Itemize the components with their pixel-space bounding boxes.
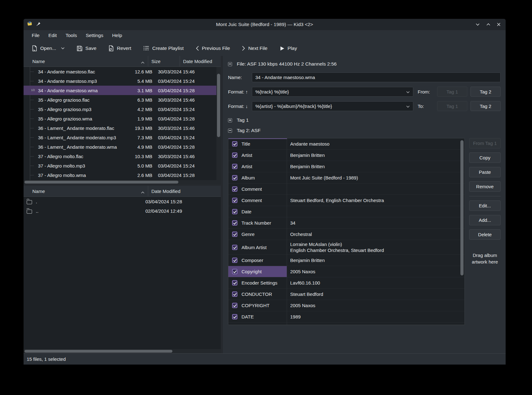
menu-settings[interactable]: Settings (81, 30, 108, 41)
tag-frame-row[interactable]: Album ArtistLorraine McAslan (violin) En… (228, 240, 464, 255)
copy-button[interactable]: Copy (469, 152, 501, 163)
close-button[interactable] (497, 23, 501, 26)
frame-checkbox[interactable] (232, 175, 237, 180)
sort-ascending-icon (141, 189, 145, 195)
frame-checkbox[interactable] (232, 198, 237, 203)
tag-frame-row[interactable]: GenreOrchestral (228, 229, 464, 240)
file-list-header-name[interactable]: Name (24, 56, 148, 67)
save-button[interactable]: Save (73, 44, 100, 53)
frame-checkbox[interactable] (232, 280, 237, 286)
to-tag1-button[interactable]: Tag 1 (437, 101, 467, 111)
directory-list-header: Name Date Modified (24, 186, 221, 197)
file-list-header-size[interactable]: Size (148, 56, 180, 67)
file-row[interactable]: 35 - Allegro grazioso.wma1.9 MB03/04/202… (24, 114, 216, 123)
tag-table-vertical-scrollbar[interactable] (460, 139, 464, 324)
file-row[interactable]: 34 - Andante maestoso.mp35.4 MB03/04/202… (24, 76, 216, 86)
open-dropdown-chevron-icon[interactable] (61, 47, 65, 50)
file-list-vertical-scrollbar[interactable] (216, 67, 221, 180)
from-tag1-button[interactable]: From Tag 1 (469, 138, 501, 148)
directory-list-header-name[interactable]: Name (24, 186, 148, 196)
file-row[interactable]: 36 - Lament_ Andante moderato.wma4.9 MB0… (24, 142, 216, 152)
open-document-icon (32, 45, 37, 51)
tag1-header: Tag 1 (237, 117, 249, 123)
pin-icon[interactable] (36, 22, 41, 28)
album-artwork-drop-zone[interactable]: Drag album artwork here (469, 252, 501, 265)
file-row[interactable]: 37 - Allegro molto.wma2.6 MB03/04/2024 1… (24, 170, 216, 180)
tag-frame-row[interactable]: Encoder SettingsLavf60.16.100 (228, 277, 464, 289)
revert-button[interactable]: Revert (105, 44, 134, 53)
tag-frame-row[interactable]: CONDUCTORSteuart Bedford (228, 289, 464, 300)
format-to-filename-combobox[interactable]: %{artist} - %{album}/%{track} %{title} (252, 101, 413, 111)
menu-file[interactable]: File (27, 30, 44, 41)
tag-frame-row[interactable]: AlbumMont Juic Suite (Bedford - 1989) (228, 172, 464, 184)
frame-checkbox[interactable] (232, 209, 237, 214)
frame-checkbox[interactable] (232, 232, 237, 237)
filename-input[interactable] (252, 72, 501, 82)
file-row[interactable]: 36 - Lament_ Andante moderato.flac19.3 M… (24, 123, 216, 133)
frame-checkbox[interactable] (232, 164, 237, 169)
tag-frame-row-selected[interactable]: Copyright2005 Naxos (228, 266, 464, 277)
edit-button[interactable]: Edit... (469, 200, 501, 211)
tag-frame-row[interactable]: TitleAndante maestoso (228, 138, 464, 150)
tag-frame-row[interactable]: ComposerBenjamin Britten (228, 255, 464, 266)
delete-button[interactable]: Delete (469, 229, 501, 240)
create-playlist-button[interactable]: Create Playlist (140, 44, 187, 53)
file-row[interactable]: 37 - Allegro molto.mp35.0 MB03/04/2024 1… (24, 161, 216, 170)
titlebar[interactable]: Mont Juic Suite (Bedford - 1989) — Kid3 … (24, 19, 506, 30)
frame-checkbox[interactable] (232, 220, 237, 226)
directory-list-horizontal-scrollbar[interactable] (24, 349, 221, 353)
panel-splitter[interactable] (221, 56, 223, 353)
save-floppy-icon (77, 45, 83, 51)
frame-checkbox[interactable] (232, 141, 237, 147)
directory-row[interactable]: .. 02/04/2024 12:49 (24, 206, 221, 216)
file-row[interactable]: 36 - Lament_ Andante moderato.mp37.3 MB0… (24, 133, 216, 142)
file-row[interactable]: 34 - Andante maestoso.flac12.6 MB30/03/2… (24, 67, 216, 76)
tag-frame-row[interactable]: Comment (228, 184, 464, 195)
menu-edit[interactable]: Edit (44, 30, 61, 41)
collapse-icon[interactable] (228, 62, 232, 66)
tag-frame-row[interactable]: COPYRIGHT2005 Naxos (228, 300, 464, 311)
to-tag2-button[interactable]: Tag 2 (470, 101, 501, 111)
format-from-filename-combobox[interactable]: %{track} %{title} (252, 87, 413, 97)
file-row[interactable]: 37 - Allegro molto.flac10.3 MB30/03/2024… (24, 152, 216, 161)
frame-checkbox[interactable] (232, 303, 237, 308)
frame-checkbox[interactable] (232, 314, 237, 319)
file-list: Name Size Date Modified 34 - Andante mae… (24, 56, 221, 184)
tag-frame-row[interactable]: DATE1989 (228, 311, 464, 323)
menu-tools[interactable]: Tools (61, 30, 81, 41)
menu-help[interactable]: Help (108, 30, 127, 41)
frame-checkbox[interactable] (232, 152, 237, 158)
frame-checkbox[interactable] (232, 269, 237, 274)
maximize-button[interactable] (486, 23, 491, 26)
paste-button[interactable]: Paste (469, 167, 501, 177)
tag-frame-row[interactable]: ArtistBenjamin Britten (228, 161, 464, 172)
expand-icon[interactable] (228, 118, 232, 122)
directory-list-header-date[interactable]: Date Modified (148, 186, 221, 196)
directory-row[interactable]: . 03/04/2024 15:28 (24, 197, 221, 206)
tag-frame-row[interactable]: Date (228, 206, 464, 217)
playlist-icon (143, 45, 149, 51)
previous-file-button[interactable]: Previous File (193, 44, 233, 53)
collapse-icon[interactable] (228, 129, 232, 133)
minimize-button[interactable] (475, 23, 480, 26)
add-button[interactable]: Add... (469, 215, 501, 225)
frame-checkbox[interactable] (232, 186, 237, 192)
remove-button[interactable]: Remove (469, 181, 501, 192)
tag-frame-row[interactable]: CommentSteuart Bedford, English Chamber … (228, 195, 464, 206)
from-tag2-filename-button[interactable]: Tag 2 (470, 87, 501, 97)
file-row[interactable]: 35 - Allegro grazioso.flac6.3 MB30/03/20… (24, 95, 216, 104)
file-row-selected[interactable]: 1/234 - Andante maestoso.wma3.1 MB03/04/… (24, 86, 216, 95)
file-row[interactable]: 35 - Allegro grazioso.mp34.2 MB03/04/202… (24, 104, 216, 114)
frame-checkbox[interactable] (232, 291, 237, 297)
next-file-button[interactable]: Next File (239, 44, 270, 53)
from-tag1-filename-button[interactable]: Tag 1 (437, 87, 467, 97)
file-list-header-date[interactable]: Date Modified (180, 56, 221, 67)
open-button[interactable]: Open... (29, 44, 68, 53)
frame-checkbox[interactable] (232, 245, 237, 250)
tag-frame-row[interactable]: ISRCHKI190470505 (228, 323, 464, 325)
tag-frame-row[interactable]: Track Number34 (228, 217, 464, 229)
play-button[interactable]: Play (276, 44, 300, 53)
file-list-horizontal-scrollbar[interactable] (24, 180, 221, 184)
frame-checkbox[interactable] (232, 258, 237, 263)
tag-frame-row[interactable]: ArtistBenjamin Britten (228, 150, 464, 161)
